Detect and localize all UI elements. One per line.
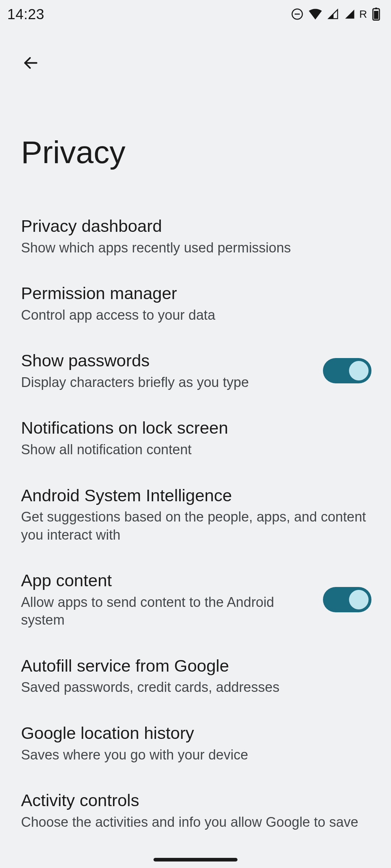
setting-title: Notifications on lock screen (21, 417, 371, 439)
back-button[interactable] (14, 47, 47, 80)
setting-privacy-dashboard[interactable]: Privacy dashboard Show which apps recent… (0, 203, 391, 270)
setting-android-system-intelligence[interactable]: Android System Intelligence Get suggesti… (0, 472, 391, 557)
setting-title: Show passwords (21, 350, 308, 371)
setting-subtitle: Choose the activities and info you allow… (21, 813, 371, 831)
setting-text: Google location history Saves where you … (21, 723, 371, 764)
setting-subtitle: Get suggestions based on the people, app… (21, 508, 371, 544)
roaming-indicator: R (359, 8, 367, 20)
battery-icon (372, 8, 380, 21)
setting-text: App content Allow apps to send content t… (21, 570, 308, 629)
setting-text: Permission manager Control app access to… (21, 283, 371, 324)
setting-subtitle: Show all notification content (21, 441, 371, 459)
signal-half-icon (327, 9, 339, 20)
status-time: 14:23 (7, 6, 45, 22)
setting-activity-controls[interactable]: Activity controls Choose the activities … (0, 777, 391, 844)
setting-title: Google location history (21, 723, 371, 744)
toggle-thumb (349, 590, 369, 609)
setting-autofill-google[interactable]: Autofill service from Google Saved passw… (0, 642, 391, 710)
setting-title: Privacy dashboard (21, 216, 371, 237)
gesture-nav-handle[interactable] (154, 858, 237, 861)
setting-google-location-history[interactable]: Google location history Saves where you … (0, 710, 391, 777)
signal-full-icon (344, 9, 356, 20)
setting-title: App content (21, 570, 308, 591)
svg-rect-3 (375, 8, 377, 9)
setting-text: Activity controls Choose the activities … (21, 790, 371, 831)
svg-rect-4 (374, 11, 378, 19)
dnd-icon (291, 8, 303, 20)
setting-subtitle: Allow apps to send content to the Androi… (21, 593, 308, 629)
setting-permission-manager[interactable]: Permission manager Control app access to… (0, 270, 391, 337)
show-passwords-toggle[interactable] (323, 358, 371, 383)
page-title: Privacy (21, 134, 126, 171)
setting-title: Activity controls (21, 790, 371, 811)
settings-list: Privacy dashboard Show which apps recent… (0, 203, 391, 844)
setting-text: Show passwords Display characters briefl… (21, 350, 308, 391)
wifi-icon (308, 9, 322, 20)
setting-subtitle: Show which apps recently used permission… (21, 239, 371, 257)
setting-text: Android System Intelligence Get suggesti… (21, 485, 371, 544)
status-bar: 14:23 R (0, 0, 391, 28)
setting-title: Autofill service from Google (21, 655, 371, 677)
toggle-thumb (349, 361, 369, 380)
setting-text: Privacy dashboard Show which apps recent… (21, 216, 371, 257)
setting-title: Permission manager (21, 283, 371, 304)
setting-subtitle: Control app access to your data (21, 306, 371, 324)
setting-text: Autofill service from Google Saved passw… (21, 655, 371, 697)
setting-app-content[interactable]: App content Allow apps to send content t… (0, 557, 391, 642)
setting-lockscreen-notifications[interactable]: Notifications on lock screen Show all no… (0, 404, 391, 472)
setting-subtitle: Saves where you go with your device (21, 746, 371, 764)
app-content-toggle[interactable] (323, 587, 371, 612)
setting-text: Notifications on lock screen Show all no… (21, 417, 371, 459)
app-bar (0, 43, 391, 83)
setting-subtitle: Display characters briefly as you type (21, 374, 308, 391)
status-icons: R (291, 8, 380, 21)
arrow-left-icon (22, 54, 39, 73)
setting-show-passwords[interactable]: Show passwords Display characters briefl… (0, 337, 391, 404)
setting-subtitle: Saved passwords, credit cards, addresses (21, 678, 371, 696)
setting-title: Android System Intelligence (21, 485, 371, 506)
